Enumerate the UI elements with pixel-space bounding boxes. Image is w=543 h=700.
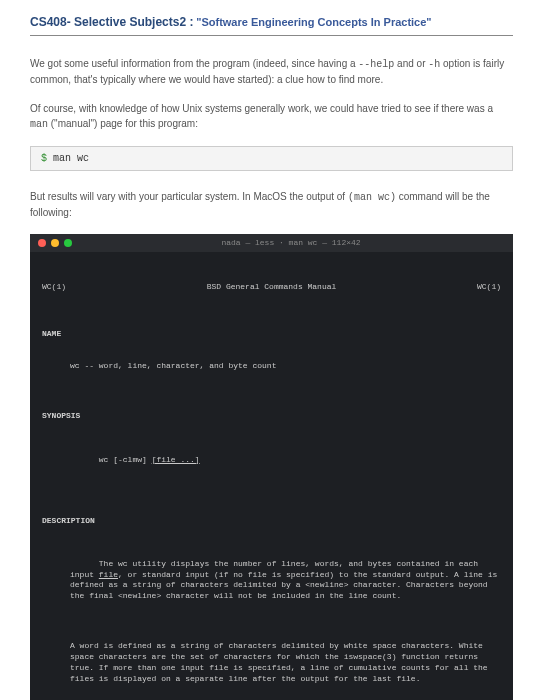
synopsis-line: wc [-clmw] [file ...]	[42, 444, 501, 476]
text: and or	[394, 58, 428, 69]
man-header-left: WC(1)	[42, 282, 66, 293]
paragraph-2: Of course, with knowledge of how Unix sy…	[30, 101, 513, 132]
text: But results will vary with your particul…	[30, 191, 348, 202]
code-block: $ man wc	[30, 146, 513, 171]
paragraph-3: But results will vary with your particul…	[30, 189, 513, 220]
text: Of course, with knowledge of how Unix sy…	[30, 103, 493, 114]
terminal-titlebar: nada — less · man wc — 112×42	[30, 234, 513, 252]
terminal-window: nada — less · man wc — 112×42 WC(1) BSD …	[30, 234, 513, 700]
course-code: CS408- Selective Subjects2 :	[30, 15, 193, 29]
page-header: CS408- Selective Subjects2 : "Software E…	[30, 15, 513, 36]
desc-para-1: The wc utility displays the number of li…	[42, 548, 501, 613]
man-header: WC(1) BSD General Commands Manual WC(1)	[42, 282, 501, 293]
inline-code: --help	[358, 59, 394, 70]
shell-prompt: $	[41, 153, 53, 164]
man-header-center: BSD General Commands Manual	[66, 282, 477, 293]
desc-para-2: A word is defined as a string of charact…	[42, 641, 501, 684]
man-header-right: WC(1)	[477, 282, 501, 293]
inline-code: (man wc)	[348, 192, 396, 203]
shell-command: man wc	[53, 153, 89, 164]
inline-code: -h	[428, 59, 440, 70]
close-icon[interactable]	[38, 239, 46, 247]
text: We got some useful information from the …	[30, 58, 358, 69]
inline-code: man	[30, 119, 48, 130]
terminal-body: WC(1) BSD General Commands Manual WC(1) …	[30, 252, 513, 700]
course-subtitle: "Software Engineering Concepts In Practi…	[196, 16, 431, 28]
section-synopsis: SYNOPSIS	[42, 411, 501, 422]
text: , or standard input (if no file is speci…	[70, 570, 502, 601]
name-line: wc -- word, line, character, and byte co…	[42, 361, 501, 372]
underlined-arg: file	[99, 570, 118, 579]
maximize-icon[interactable]	[64, 239, 72, 247]
paragraph-1: We got some useful information from the …	[30, 56, 513, 87]
minimize-icon[interactable]	[51, 239, 59, 247]
section-description: DESCRIPTION	[42, 516, 501, 527]
section-name: NAME	[42, 329, 501, 340]
text: ("manual") page for this program:	[48, 118, 198, 129]
terminal-title: nada — less · man wc — 112×42	[221, 238, 360, 249]
underlined-arg: [file ...]	[152, 455, 200, 464]
text: wc [-clmw]	[99, 455, 152, 464]
